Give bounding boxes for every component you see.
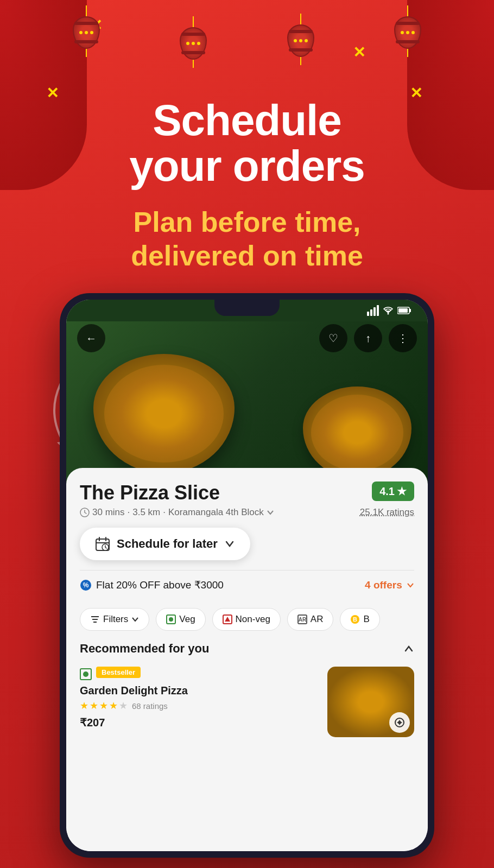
offers-count[interactable]: 4 offers [365,579,414,591]
chevron-up-icon[interactable] [403,643,414,654]
lantern-string [86,5,87,16]
star-1: ★ [80,700,88,712]
lantern-string [193,16,194,27]
recommended-header[interactable]: Recommended for you [80,642,414,656]
svg-rect-4 [398,308,408,313]
lantern-dot [90,31,93,34]
veg-indicator [80,668,92,680]
lantern-2 [180,16,207,68]
ar-chip[interactable]: AR AR [287,608,334,631]
item-price: ₹207 [80,716,319,729]
recommended-section: Recommended for you Bestsell [80,642,414,737]
item-name: Garden Delight Pizza [80,685,319,697]
b-icon: B [350,614,360,624]
lanterns-row [0,0,494,98]
nonveg-chip[interactable]: Non-veg [212,608,281,631]
veg-dot [83,671,88,677]
action-bar: ← ♡ ↑ ⋮ [77,324,417,352]
pizza-small [303,387,411,479]
lantern-dot [294,39,297,42]
back-button[interactable]: ← [77,324,105,352]
nonveg-icon [223,614,232,624]
recommended-title: Recommended for you [80,642,209,656]
phone-inner: ← ♡ ↑ ⋮ The Pizza Slice 4.1 [66,300,428,851]
schedule-for-later-button[interactable]: Schedule for later [80,528,250,560]
lantern-body [73,16,100,49]
filters-label: Filters [103,614,128,625]
lantern-dots [79,31,93,34]
lantern-4 [394,5,421,57]
clock-icon [80,508,90,517]
restaurant-info-row: 30 mins · 3.5 km · Koramangala 4th Block… [80,507,414,518]
battery-icon [397,307,411,314]
veg-chip[interactable]: Veg [156,608,205,631]
lantern-tassel [86,49,87,57]
lantern-tassel [193,60,194,68]
lantern-dot [85,31,88,34]
ar-label: AR [311,614,324,625]
share-button[interactable]: ↑ [354,324,382,352]
item-ratings-count: 68 ratings [132,701,168,711]
svg-text:%: % [83,581,89,589]
pizza-container [66,332,428,484]
lantern-string [407,5,408,16]
lantern-body [180,27,207,60]
ar-camera-icon [394,717,405,728]
lantern-dots [294,39,308,42]
notch [214,300,280,316]
schedule-icon [95,536,110,552]
main-title: Schedule your orders [33,98,461,189]
card-area: The Pizza Slice 4.1 ★ 30 mins · 3.5 km [66,468,428,851]
chevron-down-icon [267,509,274,516]
svg-point-1 [388,313,389,315]
sub-title: Plan before time, delivered on time [33,205,461,273]
pizza-large [93,354,235,473]
svg-marker-16 [225,617,230,622]
ratings-count: 25.1K ratings [360,507,414,518]
lantern-3 [287,14,314,65]
lantern-dot [411,31,415,34]
discount-icon: % [80,579,92,591]
star-2: ★ [90,700,98,712]
b-chip[interactable]: B B [340,608,379,631]
item-image [327,667,414,737]
nonveg-label: Non-veg [236,614,270,625]
filters-chip[interactable]: Filters [80,608,149,631]
lantern-dot [79,31,83,34]
status-icons [367,305,411,316]
filter-icon [90,614,100,624]
lantern-dot [406,31,409,34]
filter-row: Filters Veg N [80,608,414,631]
lantern-dot [401,31,404,34]
more-button[interactable]: ⋮ [389,324,417,352]
item-details: Bestseller Garden Delight Pizza ★ ★ ★ ★ … [80,667,319,729]
svg-point-14 [169,617,173,622]
rating-badge: 4.1 ★ [372,481,414,501]
restaurant-name: The Pizza Slice [80,481,220,504]
star-row: ★ ★ ★ ★ ★ 68 ratings [80,700,319,712]
menu-item-row: Bestseller Garden Delight Pizza ★ ★ ★ ★ … [80,667,414,737]
bestseller-badge: Bestseller [96,667,141,678]
b-label: B [363,614,369,625]
lantern-dot [197,42,200,45]
veg-icon [166,614,176,624]
phone-mockup: ← ♡ ↑ ⋮ The Pizza Slice 4.1 [60,293,434,858]
restaurant-meta: 30 mins · 3.5 km · Koramangala 4th Block [80,507,274,518]
svg-text:B: B [353,616,358,623]
star-5: ★ [119,700,128,712]
lantern-tassel [407,49,408,57]
svg-rect-3 [409,309,411,312]
ar-view-button[interactable] [389,712,410,733]
lantern-dots [401,31,415,34]
restaurant-name-row: The Pizza Slice 4.1 ★ [80,481,414,504]
ar-icon: AR [297,614,307,624]
lantern-body [394,16,421,49]
lantern-string [300,14,301,24]
lantern-dots [186,42,200,45]
heart-button[interactable]: ♡ [319,324,347,352]
lantern-dot [305,39,308,42]
star-4: ★ [109,700,118,712]
offers-row[interactable]: % Flat 20% OFF above ₹3000 4 offers [80,570,414,599]
item-header: Bestseller [80,667,319,681]
wifi-icon [382,306,394,315]
